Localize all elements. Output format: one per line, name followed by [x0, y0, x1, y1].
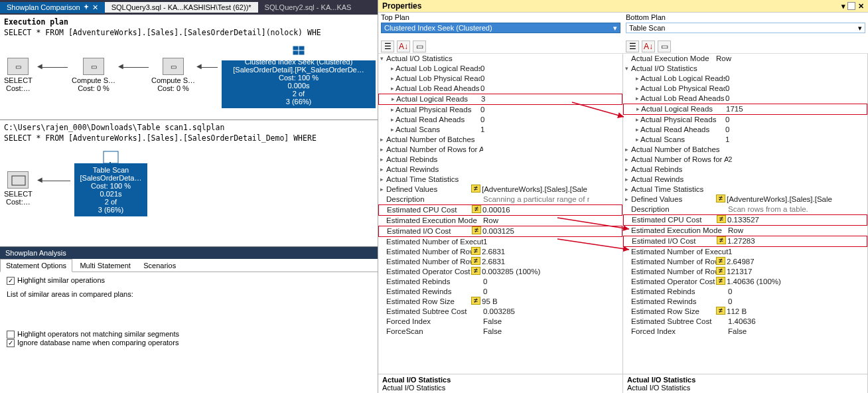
- bottom-plan-properties-tree[interactable]: Actual Execution ModeRow ▾Actual I/O Sta…: [623, 54, 867, 374]
- sort-az-button[interactable]: A↓: [642, 40, 655, 52]
- chevron-down-icon: ▾: [858, 24, 862, 33]
- compute-scalar-icon: ▭: [83, 58, 104, 75]
- query-text-1: SELECT * FROM [AdventureWorks].[Sales].[…: [4, 28, 374, 39]
- select-node-label: SELECT: [4, 76, 33, 84]
- plan-canvas-top[interactable]: ▭ SELECT Cost:… ▭ Compute S… Cost: 0 % ▭…: [0, 40, 378, 120]
- minimize-icon[interactable]: ▾: [841, 2, 845, 11]
- status-actual-io: Actual I/O StatisticsActual I/O Statisti…: [378, 374, 622, 393]
- plan-file-path: C:\Users\rajen_000\Downloads\Table scan1…: [4, 123, 374, 133]
- svg-rect-2: [104, 151, 118, 163]
- not-equal-icon: ≠: [471, 257, 480, 265]
- close-icon[interactable]: ✕: [858, 2, 864, 11]
- select-node-label: SELECT: [4, 190, 33, 198]
- compute-scalar-label[interactable]: Compute S…: [151, 76, 195, 84]
- row-actual-logical-reads[interactable]: ▸Actual Logical Reads1715: [623, 104, 867, 115]
- top-plan-properties-tree[interactable]: ▾Actual I/O Statistics ▸Actual Lob Logic…: [378, 54, 622, 374]
- checkbox-highlight-nonmatching[interactable]: [7, 331, 15, 339]
- arrow-icon: [200, 67, 218, 68]
- tab-statement-options[interactable]: Statement Options: [0, 259, 72, 272]
- row-estimated-io-cost[interactable]: Estimated I/O Cost≠1.27283: [623, 236, 867, 247]
- not-equal-icon: ≠: [716, 307, 725, 315]
- categorized-button[interactable]: ☰: [626, 40, 639, 52]
- properties-pages-button[interactable]: ▭: [658, 40, 671, 52]
- properties-title: Properties ▾ ✕: [378, 0, 868, 13]
- arrow-icon: [41, 67, 68, 68]
- row-estimated-cpu-cost[interactable]: Estimated CPU Cost≠0.133527: [623, 214, 867, 226]
- plan-canvas-bottom[interactable]: SELECT Cost:… Table Scan [SalesOrderDeta…: [0, 146, 378, 247]
- close-icon[interactable]: ✕: [92, 3, 98, 12]
- editor-tabbar: Showplan Comparison ✕ SQLQuery3.sql - KA…: [0, 0, 378, 15]
- execution-plan-title: Execution plan: [4, 17, 374, 28]
- not-equal-icon: ≠: [471, 247, 480, 255]
- pin-icon: [83, 4, 90, 11]
- maximize-icon[interactable]: [847, 2, 855, 10]
- group-actual-io[interactable]: Actual I/O Statistics: [385, 54, 483, 64]
- index-seek-icon: [291, 44, 306, 56]
- not-equal-icon: ≠: [716, 267, 725, 275]
- not-equal-icon: ≠: [472, 205, 481, 213]
- not-equal-icon: ≠: [716, 257, 725, 265]
- similar-areas-label: List of similar areas in compared plans:: [7, 290, 371, 298]
- select-node-icon: [7, 171, 29, 189]
- checkbox-highlight-similar[interactable]: ✓: [7, 277, 15, 285]
- tab-scenarios[interactable]: Scenarios: [138, 260, 181, 272]
- bottom-plan-label: Bottom Plan: [623, 13, 868, 21]
- svg-rect-1: [12, 176, 25, 185]
- clustered-index-seek-node[interactable]: Clustered Index Seek (Clustered) [SalesO…: [222, 60, 376, 108]
- chevron-down-icon: ▾: [613, 24, 617, 33]
- arrow-icon: [122, 67, 149, 68]
- table-scan-node[interactable]: Table Scan [SalesOrderDeta… Cost: 100 % …: [74, 163, 147, 216]
- not-equal-icon: ≠: [471, 297, 480, 305]
- select-node-cost: Cost:…: [4, 84, 33, 92]
- categorized-button[interactable]: ☰: [381, 40, 394, 52]
- not-equal-icon: ≠: [471, 185, 480, 193]
- table-scan-icon: [101, 150, 121, 166]
- query-text-2: SELECT * FROM [AdventureWorks].[Sales].[…: [4, 133, 374, 144]
- top-plan-label: Top Plan: [378, 13, 623, 21]
- bottom-plan-select[interactable]: Table Scan▾: [626, 23, 865, 33]
- row-estimated-cpu-cost[interactable]: Estimated CPU Cost≠0.00016: [378, 204, 622, 216]
- showplan-analysis-title: Showplan Analysis: [0, 247, 378, 259]
- select-node-icon: ▭: [7, 58, 29, 75]
- status-actual-io: Actual I/O StatisticsActual I/O Statisti…: [623, 374, 867, 393]
- tab-multi-statement[interactable]: Multi Statement: [74, 260, 135, 272]
- tab-query2[interactable]: SQLQuery2.sql - KA...KAS: [258, 2, 358, 13]
- not-equal-icon: ≠: [472, 226, 481, 234]
- sort-az-button[interactable]: A↓: [397, 40, 410, 52]
- analysis-tabs: Statement Options Multi Statement Scenar…: [0, 259, 378, 272]
- not-equal-icon: ≠: [716, 277, 725, 285]
- tab-query3[interactable]: SQLQuery3.sql - KA...KASHISH\Test (62))*: [105, 2, 258, 13]
- tab-showplan[interactable]: Showplan Comparison ✕: [0, 2, 105, 13]
- row-estimated-io-cost[interactable]: Estimated I/O Cost≠0.003125: [378, 226, 622, 237]
- top-plan-select[interactable]: Clustered Index Seek (Clustered)▾: [381, 23, 620, 33]
- checkbox-ignore-dbname[interactable]: ✓: [7, 339, 15, 347]
- not-equal-icon: ≠: [471, 267, 480, 275]
- arrow-icon: [41, 181, 70, 181]
- properties-pages-button[interactable]: ▭: [413, 40, 426, 52]
- not-equal-icon: ≠: [717, 215, 726, 223]
- not-equal-icon: ≠: [717, 236, 726, 244]
- compute-scalar-label[interactable]: Compute S…: [72, 76, 115, 84]
- row-actual-logical-reads[interactable]: ▸Actual Logical Reads3: [378, 94, 622, 105]
- compute-scalar-icon: ▭: [163, 58, 184, 75]
- not-equal-icon: ≠: [716, 195, 725, 202]
